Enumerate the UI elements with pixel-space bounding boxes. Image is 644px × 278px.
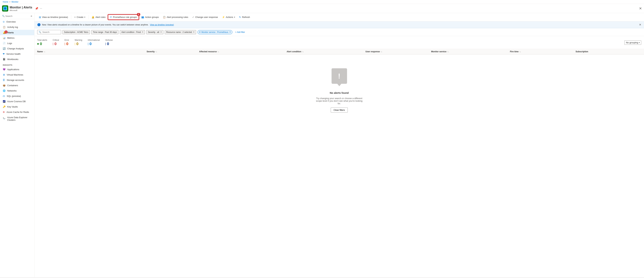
empty-state-description: Try changing your search or choose a dif…: [315, 97, 364, 105]
change-icon: 🔄: [3, 47, 6, 50]
alert-rules-button[interactable]: 🔔 Alert rules: [90, 15, 107, 19]
sidebar-item-metrics[interactable]: 📊 Metrics: [0, 35, 34, 41]
sidebar-item-overview[interactable]: ⊙ Overview: [0, 19, 34, 24]
sidebar-collapse-button[interactable]: «: [31, 14, 32, 17]
close-chip-severity-icon[interactable]: ✕: [160, 31, 162, 33]
col-header-fire-time[interactable]: Fire time ↑↓: [510, 50, 576, 53]
checkmark-icon: ✓: [192, 16, 194, 18]
filter-chip-subscription[interactable]: Subscription : ACME Telco: [62, 30, 90, 34]
col-severity-label: Severity: [147, 50, 155, 53]
close-chip-alert-condition-icon[interactable]: ✕: [142, 31, 144, 33]
stat-verbose: Verbose | 0: [105, 39, 113, 46]
close-chip-monitor-service-icon[interactable]: ✕: [229, 31, 231, 33]
add-filter-button[interactable]: + Add filter: [234, 30, 246, 34]
chip-alert-condition-label: Alert condition : Fired: [121, 31, 141, 33]
sidebar-item-service-health[interactable]: ❤ Service health: [0, 51, 34, 57]
col-header-alert-condition[interactable]: Alert condition ↑↓: [286, 50, 366, 53]
sidebar-item-alerts[interactable]: 🔔 Alerts 1: [0, 30, 34, 35]
sidebar-label-virtual-machines: Virtual Machines: [7, 73, 23, 76]
chip-resource-name-label: Resource name : 2 selected: [166, 31, 192, 33]
stat-verbose-label: Verbose: [105, 39, 113, 41]
stat-warning-label: Warning: [74, 39, 82, 41]
sidebar-item-change-analysis[interactable]: 🔄 Change Analysis: [0, 46, 34, 51]
prometheus-icon: ⟳: [110, 16, 112, 18]
col-header-monitor-service[interactable]: Monitor service ↑↓: [431, 50, 510, 53]
sidebar-item-redis[interactable]: ⚙ Azure Cache for Redis: [0, 109, 34, 115]
stat-warning: Warning | 0: [74, 39, 82, 46]
sidebar-search-input[interactable]: [5, 15, 30, 17]
sidebar-item-sql[interactable]: 🗃 SQL (preview): [0, 93, 34, 99]
actions-button[interactable]: ⚡ Actions ▾: [220, 15, 237, 19]
prometheus-annotation-badge: 2: [137, 13, 140, 16]
col-header-affected-resource[interactable]: Affected resource ↑↓: [199, 50, 287, 53]
stat-informational-label: Informational: [88, 39, 100, 41]
toolbar-divider-1: [71, 15, 71, 19]
sidebar-label-workbooks: Workbooks: [7, 58, 18, 60]
filter-chip-resource-name[interactable]: Resource name : 2 selected ✕: [165, 30, 196, 34]
actions-label: Actions: [226, 16, 233, 18]
sidebar-item-workbooks[interactable]: 📓 Workbooks: [0, 57, 34, 62]
stat-critical-label: Critical: [53, 39, 59, 41]
stat-informational: Informational | 0: [88, 39, 100, 46]
sidebar-label-overview: Overview: [6, 20, 16, 23]
refresh-button[interactable]: ↻ Refresh: [238, 15, 252, 19]
col-header-severity[interactable]: Severity ↑↓: [147, 50, 199, 53]
filter-chip-time-range[interactable]: Time range : Past 30 days: [91, 30, 118, 34]
vm-icon: 🖥: [3, 73, 5, 76]
sidebar-item-applications[interactable]: 💜 Applications: [0, 67, 34, 72]
error-bar-icon: |: [64, 42, 65, 45]
stat-error-value: 0: [66, 42, 68, 46]
sidebar-item-data-explorer[interactable]: 🔭 Azure Data Explorer Clusters: [0, 115, 34, 123]
create-button[interactable]: + Create ▾: [73, 15, 87, 19]
app-icon: [2, 5, 8, 11]
breadcrumb-home[interactable]: Home: [3, 1, 8, 3]
filter-search-box: 🔍: [37, 30, 61, 34]
filter-search-input[interactable]: [42, 31, 60, 33]
sidebar-item-containers[interactable]: 📦 Containers: [0, 83, 34, 88]
sidebar-item-networks[interactable]: 🌐 Networks: [0, 88, 34, 93]
col-resource-label: Affected resource: [199, 50, 217, 53]
filter-chip-monitor-service[interactable]: ⟳ Monitor service : Prometheus ✕: [198, 30, 232, 34]
change-user-response-button[interactable]: ✓ Change user response: [190, 15, 220, 19]
col-header-name[interactable]: Name ↑↓: [37, 50, 147, 53]
sidebar-label-data-explorer: Azure Data Explorer Clusters: [7, 116, 32, 121]
filter-chip-alert-condition[interactable]: Alert condition : Fired ✕: [120, 30, 145, 34]
close-banner-button[interactable]: ✕: [639, 23, 641, 26]
alert-processing-button[interactable]: 📋 Alert processing rules: [161, 15, 190, 19]
close-chip-resource-name-icon[interactable]: ✕: [193, 31, 194, 33]
dataexplorer-icon: 🔭: [3, 117, 6, 120]
clear-filters-button[interactable]: Clear filters: [331, 107, 348, 112]
window-close-button[interactable]: ✕: [639, 6, 642, 10]
stat-total-value: 0: [40, 42, 42, 46]
timeline-icon: ▤: [39, 16, 41, 18]
keyvault-icon: 🔑: [3, 105, 6, 108]
grouping-dropdown[interactable]: No grouping ▾: [624, 40, 641, 45]
sidebar-item-logs[interactable]: 📄 Logs: [0, 41, 34, 46]
action-groups-button[interactable]: 👥 Action groups: [140, 15, 160, 19]
pin-icon[interactable]: 📌: [35, 7, 38, 10]
breadcrumb-current[interactable]: Monitor: [12, 1, 18, 3]
stat-verbose-value: 0: [107, 42, 109, 46]
sidebar-item-activity-log[interactable]: 📋 Activity log: [0, 24, 34, 30]
sql-icon: 🗃: [3, 95, 5, 97]
filter-chip-severity[interactable]: Severity : all ✕: [146, 30, 163, 34]
col-header-user-response[interactable]: User response ↑↓: [366, 50, 431, 53]
sidebar-item-virtual-machines[interactable]: 🖥 Virtual Machines: [0, 72, 34, 77]
view-timeline-button[interactable]: ▤ View as timeline (preview): [37, 15, 70, 19]
sidebar-item-key-vaults[interactable]: 🔑 Key Vaults: [0, 104, 34, 109]
more-options-icon[interactable]: ···: [40, 7, 42, 10]
stat-warning-value: 0: [76, 42, 78, 46]
stat-error-label: Error: [64, 39, 69, 41]
sidebar-item-storage-accounts[interactable]: 🗄 Storage accounts: [0, 77, 34, 83]
alert-rules-label: Alert rules: [95, 16, 106, 18]
banner-link[interactable]: View as timeline (preview): [150, 23, 174, 26]
container-icon: 📦: [3, 84, 6, 87]
sidebar-item-cosmos-db[interactable]: 🌌 Azure Cosmos DB: [0, 99, 34, 104]
action-groups-icon: 👥: [141, 16, 144, 18]
storage-icon: 🗄: [3, 79, 5, 81]
prometheus-groups-button[interactable]: ⟳ Prometheus rule groups: [108, 14, 139, 20]
col-time-sort-icon: ↑↓: [519, 51, 521, 53]
servicehealth-icon: ❤: [3, 53, 5, 55]
sidebar-search-icon: 🔍: [2, 15, 5, 17]
create-label: Create: [76, 16, 83, 18]
